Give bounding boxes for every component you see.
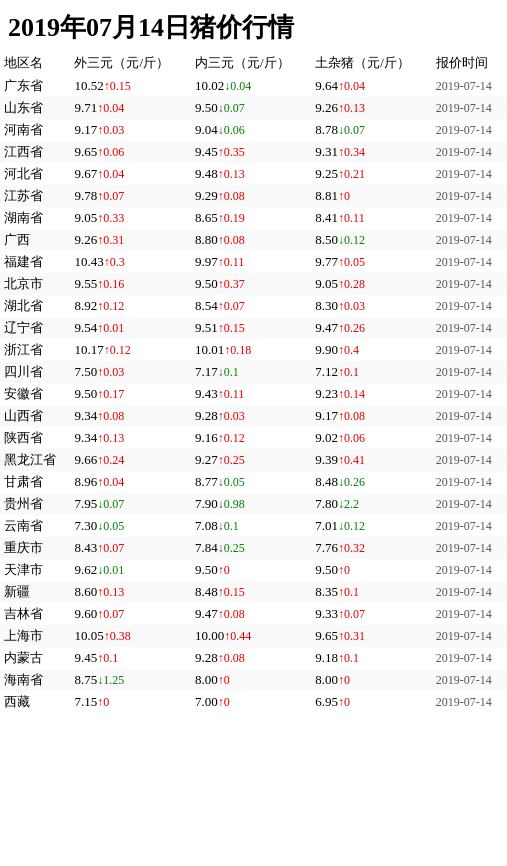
- w3-cell: 9.62↓0.01: [70, 559, 190, 581]
- region-cell: 陕西省: [0, 427, 70, 449]
- w3-cell: 9.17↑0.03: [70, 119, 190, 141]
- region-cell: 西藏: [0, 691, 70, 713]
- w3-cell: 9.65↑0.06: [70, 141, 190, 163]
- tz-cell: 9.33↑0.07: [311, 603, 431, 625]
- tz-cell: 9.23↑0.14: [311, 383, 431, 405]
- w3-cell: 9.66↑0.24: [70, 449, 190, 471]
- w3-cell: 10.17↑0.12: [70, 339, 190, 361]
- n3-cell: 9.29↑0.08: [191, 185, 311, 207]
- col-date: 报价时间: [432, 51, 507, 75]
- date-cell: 2019-07-14: [432, 405, 507, 427]
- w3-cell: 9.50↑0.17: [70, 383, 190, 405]
- region-cell: 天津市: [0, 559, 70, 581]
- region-cell: 新疆: [0, 581, 70, 603]
- date-cell: 2019-07-14: [432, 229, 507, 251]
- col-w3: 外三元（元/斤）: [70, 51, 190, 75]
- date-cell: 2019-07-14: [432, 427, 507, 449]
- table-row: 北京市9.55↑0.169.50↑0.379.05↑0.282019-07-14: [0, 273, 507, 295]
- table-row: 重庆市8.43↑0.077.84↓0.257.76↑0.322019-07-14: [0, 537, 507, 559]
- n3-cell: 7.00↑0: [191, 691, 311, 713]
- col-n3: 内三元（元/斤）: [191, 51, 311, 75]
- tz-cell: 7.80↓2.2: [311, 493, 431, 515]
- table-row: 湖南省9.05↑0.338.65↑0.198.41↑0.112019-07-14: [0, 207, 507, 229]
- table-row: 内蒙古9.45↑0.19.28↑0.089.18↑0.12019-07-14: [0, 647, 507, 669]
- n3-cell: 10.00↑0.44: [191, 625, 311, 647]
- date-cell: 2019-07-14: [432, 537, 507, 559]
- region-cell: 吉林省: [0, 603, 70, 625]
- table-row: 海南省8.75↓1.258.00↑08.00↑02019-07-14: [0, 669, 507, 691]
- tz-cell: 8.50↓0.12: [311, 229, 431, 251]
- tz-cell: 9.31↑0.34: [311, 141, 431, 163]
- tz-cell: 9.02↑0.06: [311, 427, 431, 449]
- date-cell: 2019-07-14: [432, 207, 507, 229]
- n3-cell: 8.54↑0.07: [191, 295, 311, 317]
- region-cell: 黑龙江省: [0, 449, 70, 471]
- date-cell: 2019-07-14: [432, 559, 507, 581]
- table-row: 广西9.26↑0.318.80↑0.088.50↓0.122019-07-14: [0, 229, 507, 251]
- region-cell: 广东省: [0, 75, 70, 97]
- region-cell: 山东省: [0, 97, 70, 119]
- region-cell: 上海市: [0, 625, 70, 647]
- date-cell: 2019-07-14: [432, 515, 507, 537]
- table-row: 天津市9.62↓0.019.50↑09.50↑02019-07-14: [0, 559, 507, 581]
- date-cell: 2019-07-14: [432, 581, 507, 603]
- date-cell: 2019-07-14: [432, 185, 507, 207]
- table-row: 甘肃省8.96↑0.048.77↓0.058.48↓0.262019-07-14: [0, 471, 507, 493]
- tz-cell: 8.30↑0.03: [311, 295, 431, 317]
- n3-cell: 7.90↓0.98: [191, 493, 311, 515]
- n3-cell: 9.43↑0.11: [191, 383, 311, 405]
- date-cell: 2019-07-14: [432, 669, 507, 691]
- date-cell: 2019-07-14: [432, 273, 507, 295]
- region-cell: 山西省: [0, 405, 70, 427]
- w3-cell: 9.55↑0.16: [70, 273, 190, 295]
- tz-cell: 9.50↑0: [311, 559, 431, 581]
- n3-cell: 9.97↑0.11: [191, 251, 311, 273]
- tz-cell: 9.65↑0.31: [311, 625, 431, 647]
- w3-cell: 7.50↑0.03: [70, 361, 190, 383]
- tz-cell: 8.81↑0: [311, 185, 431, 207]
- tz-cell: 9.39↑0.41: [311, 449, 431, 471]
- w3-cell: 10.52↑0.15: [70, 75, 190, 97]
- n3-cell: 9.50↑0.37: [191, 273, 311, 295]
- date-cell: 2019-07-14: [432, 647, 507, 669]
- col-tz: 土杂猪（元/斤）: [311, 51, 431, 75]
- region-cell: 贵州省: [0, 493, 70, 515]
- n3-cell: 9.50↓0.07: [191, 97, 311, 119]
- w3-cell: 9.54↑0.01: [70, 317, 190, 339]
- tz-cell: 9.90↑0.4: [311, 339, 431, 361]
- price-table: 地区名 外三元（元/斤） 内三元（元/斤） 土杂猪（元/斤） 报价时间 广东省1…: [0, 51, 507, 713]
- n3-cell: 8.00↑0: [191, 669, 311, 691]
- n3-cell: 8.77↓0.05: [191, 471, 311, 493]
- table-row: 云南省7.30↓0.057.08↓0.17.01↓0.122019-07-14: [0, 515, 507, 537]
- w3-cell: 7.15↑0: [70, 691, 190, 713]
- n3-cell: 8.80↑0.08: [191, 229, 311, 251]
- n3-cell: 9.04↓0.06: [191, 119, 311, 141]
- w3-cell: 7.95↓0.07: [70, 493, 190, 515]
- w3-cell: 9.78↑0.07: [70, 185, 190, 207]
- region-cell: 重庆市: [0, 537, 70, 559]
- w3-cell: 9.71↑0.04: [70, 97, 190, 119]
- tz-cell: 7.12↑0.1: [311, 361, 431, 383]
- w3-cell: 8.60↑0.13: [70, 581, 190, 603]
- date-cell: 2019-07-14: [432, 119, 507, 141]
- n3-cell: 9.27↑0.25: [191, 449, 311, 471]
- tz-cell: 9.47↑0.26: [311, 317, 431, 339]
- tz-cell: 9.64↑0.04: [311, 75, 431, 97]
- region-cell: 内蒙古: [0, 647, 70, 669]
- tz-cell: 9.26↑0.13: [311, 97, 431, 119]
- col-region: 地区名: [0, 51, 70, 75]
- w3-cell: 10.05↑0.38: [70, 625, 190, 647]
- region-cell: 海南省: [0, 669, 70, 691]
- n3-cell: 9.47↑0.08: [191, 603, 311, 625]
- tz-cell: 9.05↑0.28: [311, 273, 431, 295]
- date-cell: 2019-07-14: [432, 603, 507, 625]
- tz-cell: 7.01↓0.12: [311, 515, 431, 537]
- region-cell: 江苏省: [0, 185, 70, 207]
- table-row: 山西省9.34↑0.089.28↑0.039.17↑0.082019-07-14: [0, 405, 507, 427]
- region-cell: 河北省: [0, 163, 70, 185]
- region-cell: 安徽省: [0, 383, 70, 405]
- tz-cell: 8.48↓0.26: [311, 471, 431, 493]
- table-row: 江苏省9.78↑0.079.29↑0.088.81↑02019-07-14: [0, 185, 507, 207]
- table-row: 湖北省8.92↑0.128.54↑0.078.30↑0.032019-07-14: [0, 295, 507, 317]
- region-cell: 河南省: [0, 119, 70, 141]
